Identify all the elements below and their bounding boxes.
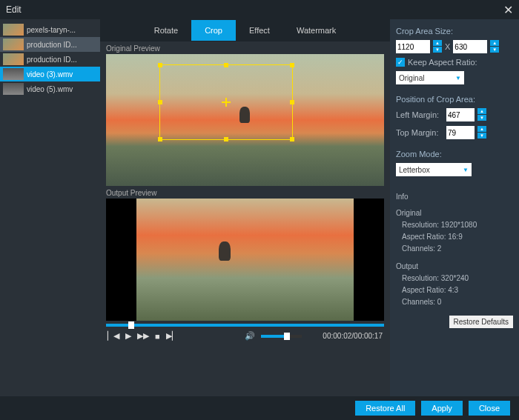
tab-effect[interactable]: Effect <box>236 20 283 41</box>
volume-fill <box>261 335 283 338</box>
spin-up-icon[interactable]: ▲ <box>477 126 486 133</box>
zoom-mode-value: Letterbox <box>399 166 430 174</box>
sidebar-item-selected[interactable]: video (3).wmv <box>0 67 100 81</box>
spin-up-icon[interactable]: ▲ <box>477 108 486 115</box>
zoom-mode-label: Zoom Mode: <box>396 150 513 159</box>
output-preview <box>106 199 384 321</box>
playback-controls: ▏◀ ▶ ▶▶ ■ ▶▏ 🔊 00:00:02/00:00:17 <box>100 327 390 345</box>
aspect-ratio-select[interactable]: Original▼ <box>396 71 464 84</box>
prev-icon[interactable]: ▏◀ <box>108 331 119 341</box>
top-margin-spinner[interactable]: ▲▼ <box>477 126 486 139</box>
aspect-ratio-value: Original <box>399 74 424 82</box>
edit-window: Edit ✕ pexels-taryn-... production ID...… <box>0 0 519 420</box>
thumbnail-icon <box>3 83 24 95</box>
spin-down-icon[interactable]: ▼ <box>477 133 486 139</box>
content-area: pexels-taryn-... production ID... produc… <box>0 19 519 396</box>
sidebar-item-label: production ID... <box>27 41 77 49</box>
time-display: 00:00:02/00:00:17 <box>323 332 383 340</box>
left-margin-input[interactable] <box>446 108 475 121</box>
crop-height-input[interactable] <box>453 40 487 53</box>
keep-ratio-checkbox[interactable]: ✓ <box>396 58 405 67</box>
restore-defaults-button[interactable]: Restore Defaults <box>449 316 513 328</box>
left-margin-row: Left Margin: ▲▼ <box>396 108 513 121</box>
crop-width-input[interactable] <box>396 40 430 53</box>
close-button[interactable]: Close <box>469 401 510 416</box>
left-margin-label: Left Margin: <box>396 110 443 119</box>
info-original-heading: Original <box>396 207 513 219</box>
seek-bar[interactable] <box>106 324 384 327</box>
info-out-resolution: Resolution: 320*240 <box>396 273 513 284</box>
ff-icon[interactable]: ▶▶ <box>137 331 149 341</box>
play-icon[interactable]: ▶ <box>125 331 131 341</box>
crop-size-label: Crop Area Size: <box>396 27 513 36</box>
tab-bar: Rotate Crop Effect Watermark <box>100 19 390 41</box>
crop-handle-ml[interactable] <box>158 100 162 104</box>
thumbnail-icon <box>3 24 24 36</box>
output-image <box>136 199 354 321</box>
seek-thumb[interactable] <box>128 321 134 329</box>
crop-handle-bl[interactable] <box>158 137 162 141</box>
info-output-heading: Output <box>396 261 513 273</box>
thumbnail-icon <box>3 53 24 65</box>
restore-all-button[interactable]: Restore All <box>355 401 415 416</box>
volume-slider[interactable] <box>261 335 302 338</box>
sidebar-item-label: pexels-taryn-... <box>27 26 76 34</box>
spin-down-icon[interactable]: ▼ <box>477 115 486 121</box>
info-section: Info Original Resolution: 1920*1080 Aspe… <box>396 191 513 308</box>
spin-down-icon[interactable]: ▼ <box>433 47 442 53</box>
top-margin-row: Top Margin: ▲▼ <box>396 126 513 139</box>
close-icon[interactable]: ✕ <box>503 3 513 17</box>
output-preview-section: Output Preview <box>100 186 390 321</box>
crop-handle-bm[interactable] <box>224 137 228 141</box>
info-heading: Info <box>396 191 513 203</box>
stop-icon[interactable]: ■ <box>155 332 160 341</box>
crop-center-icon <box>222 98 231 107</box>
tab-rotate[interactable]: Rotate <box>141 20 191 41</box>
x-label: X <box>445 42 450 51</box>
center-panel: Rotate Crop Effect Watermark Original Pr… <box>100 19 390 396</box>
crop-rectangle[interactable] <box>159 64 293 140</box>
chevron-down-icon: ▼ <box>463 167 469 173</box>
sidebar-item-label: production ID... <box>27 56 77 64</box>
next-icon[interactable]: ▶▏ <box>166 331 178 341</box>
top-margin-label: Top Margin: <box>396 128 443 137</box>
left-margin-spinner[interactable]: ▲▼ <box>477 108 486 121</box>
crop-size-row: ▲▼ X ▲▼ <box>396 40 513 53</box>
crop-handle-tr[interactable] <box>290 63 294 67</box>
sidebar-item[interactable]: production ID... <box>0 52 100 67</box>
crop-handle-tm[interactable] <box>224 63 228 67</box>
spin-up-icon[interactable]: ▲ <box>433 40 442 47</box>
sidebar-item-label: video (3).wmv <box>27 70 73 79</box>
info-orig-ratio: Aspect Ratio: 16:9 <box>396 231 513 243</box>
keep-ratio-label: Keep Aspect Ratio: <box>408 58 477 67</box>
thumbnail-icon <box>3 68 24 80</box>
sidebar-item[interactable]: pexels-taryn-... <box>0 22 100 37</box>
tab-crop[interactable]: Crop <box>191 20 236 41</box>
info-orig-resolution: Resolution: 1920*1080 <box>396 219 513 231</box>
tab-watermark[interactable]: Watermark <box>283 20 349 41</box>
top-margin-input[interactable] <box>446 126 475 139</box>
apply-button[interactable]: Apply <box>421 401 463 416</box>
zoom-mode-select[interactable]: Letterbox▼ <box>396 163 472 176</box>
original-preview-section: Original Preview <box>100 41 390 186</box>
sidebar-item[interactable]: video (5).wmv <box>0 81 100 96</box>
bottom-bar: Restore All Apply Close <box>0 396 519 420</box>
output-preview-label: Output Preview <box>106 189 384 197</box>
volume-thumb[interactable] <box>284 333 290 340</box>
width-spinner[interactable]: ▲▼ <box>433 40 442 53</box>
info-out-ratio: Aspect Ratio: 4:3 <box>396 284 513 296</box>
sidebar-item[interactable]: production ID... <box>0 37 100 52</box>
crop-handle-br[interactable] <box>290 137 294 141</box>
main-area: Rotate Crop Effect Watermark Original Pr… <box>100 19 519 396</box>
spin-up-icon[interactable]: ▲ <box>490 40 499 47</box>
file-sidebar: pexels-taryn-... production ID... produc… <box>0 19 100 396</box>
crop-handle-tl[interactable] <box>158 63 162 67</box>
volume-icon[interactable]: 🔊 <box>245 331 255 341</box>
spin-down-icon[interactable]: ▼ <box>490 47 499 53</box>
chevron-down-icon: ▼ <box>455 75 461 81</box>
sidebar-item-label: video (5).wmv <box>27 85 73 93</box>
height-spinner[interactable]: ▲▼ <box>490 40 499 53</box>
crop-handle-mr[interactable] <box>290 100 294 104</box>
window-title: Edit <box>6 4 22 15</box>
original-preview[interactable] <box>106 54 384 186</box>
